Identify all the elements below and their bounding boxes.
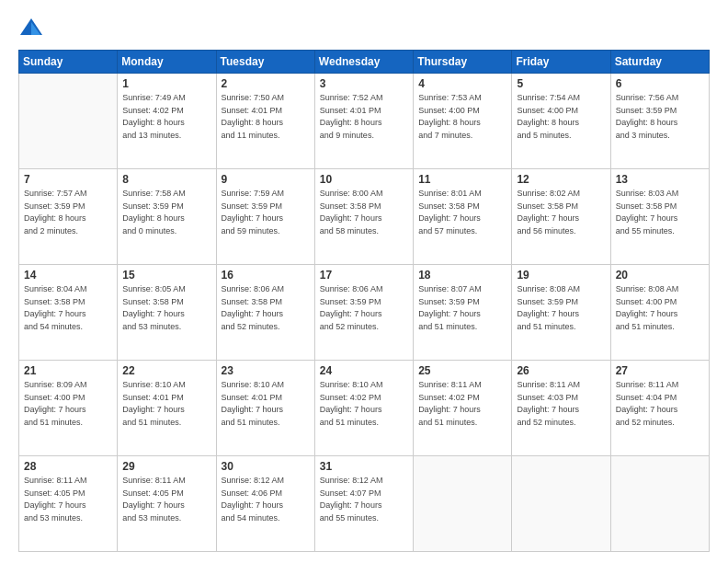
day-number: 18 bbox=[418, 269, 506, 282]
calendar-cell: 4Sunrise: 7:53 AM Sunset: 4:00 PM Daylig… bbox=[414, 74, 512, 169]
calendar-cell bbox=[512, 456, 610, 552]
weekday-header-thursday: Thursday bbox=[414, 51, 512, 74]
day-number: 24 bbox=[320, 364, 408, 377]
day-info: Sunrise: 8:10 AM Sunset: 4:01 PM Dayligh… bbox=[122, 379, 210, 429]
calendar-cell bbox=[414, 456, 512, 552]
week-row-4: 21Sunrise: 8:09 AM Sunset: 4:00 PM Dayli… bbox=[19, 361, 710, 456]
day-info: Sunrise: 8:00 AM Sunset: 3:58 PM Dayligh… bbox=[320, 188, 408, 237]
calendar-cell: 14Sunrise: 8:04 AM Sunset: 3:58 PM Dayli… bbox=[19, 265, 118, 361]
day-number: 17 bbox=[320, 269, 408, 282]
page: SundayMondayTuesdayWednesdayThursdayFrid… bbox=[0, 0, 728, 563]
day-info: Sunrise: 7:58 AM Sunset: 3:59 PM Dayligh… bbox=[122, 188, 210, 237]
calendar-cell: 8Sunrise: 7:58 AM Sunset: 3:59 PM Daylig… bbox=[118, 169, 216, 265]
day-info: Sunrise: 8:02 AM Sunset: 3:58 PM Dayligh… bbox=[517, 188, 605, 237]
day-info: Sunrise: 8:07 AM Sunset: 3:59 PM Dayligh… bbox=[418, 283, 506, 333]
calendar-cell: 5Sunrise: 7:54 AM Sunset: 4:00 PM Daylig… bbox=[512, 74, 610, 169]
calendar-cell: 11Sunrise: 8:01 AM Sunset: 3:58 PM Dayli… bbox=[414, 169, 512, 265]
day-number: 19 bbox=[517, 269, 605, 282]
day-info: Sunrise: 7:53 AM Sunset: 4:00 PM Dayligh… bbox=[418, 92, 506, 142]
week-row-5: 28Sunrise: 8:11 AM Sunset: 4:05 PM Dayli… bbox=[19, 456, 710, 552]
calendar-cell: 10Sunrise: 8:00 AM Sunset: 3:58 PM Dayli… bbox=[314, 169, 413, 265]
calendar-cell: 12Sunrise: 8:02 AM Sunset: 3:58 PM Dayli… bbox=[512, 169, 610, 265]
calendar-cell: 6Sunrise: 7:56 AM Sunset: 3:59 PM Daylig… bbox=[610, 74, 709, 169]
day-number: 21 bbox=[24, 364, 112, 377]
day-info: Sunrise: 7:49 AM Sunset: 4:02 PM Dayligh… bbox=[122, 92, 210, 142]
weekday-header-saturday: Saturday bbox=[610, 51, 709, 74]
day-info: Sunrise: 8:01 AM Sunset: 3:58 PM Dayligh… bbox=[418, 188, 506, 237]
day-number: 30 bbox=[222, 460, 310, 473]
day-info: Sunrise: 7:57 AM Sunset: 3:59 PM Dayligh… bbox=[24, 188, 112, 237]
weekday-header-friday: Friday bbox=[512, 51, 610, 74]
day-number: 20 bbox=[616, 269, 704, 282]
calendar-cell: 24Sunrise: 8:10 AM Sunset: 4:02 PM Dayli… bbox=[314, 361, 413, 456]
day-info: Sunrise: 8:12 AM Sunset: 4:07 PM Dayligh… bbox=[320, 475, 408, 524]
day-info: Sunrise: 8:10 AM Sunset: 4:02 PM Dayligh… bbox=[320, 379, 408, 429]
calendar-table: SundayMondayTuesdayWednesdayThursdayFrid… bbox=[18, 50, 710, 552]
day-number: 11 bbox=[418, 173, 506, 186]
day-info: Sunrise: 7:59 AM Sunset: 3:59 PM Dayligh… bbox=[222, 188, 310, 237]
day-number: 5 bbox=[517, 77, 605, 90]
day-info: Sunrise: 8:11 AM Sunset: 4:02 PM Dayligh… bbox=[418, 379, 506, 429]
day-number: 14 bbox=[24, 269, 112, 282]
header bbox=[18, 15, 710, 40]
calendar-cell: 22Sunrise: 8:10 AM Sunset: 4:01 PM Dayli… bbox=[118, 361, 216, 456]
day-number: 9 bbox=[222, 173, 310, 186]
day-number: 15 bbox=[122, 269, 210, 282]
day-info: Sunrise: 8:11 AM Sunset: 4:05 PM Dayligh… bbox=[24, 475, 112, 524]
calendar-cell: 30Sunrise: 8:12 AM Sunset: 4:06 PM Dayli… bbox=[216, 456, 314, 552]
week-row-3: 14Sunrise: 8:04 AM Sunset: 3:58 PM Dayli… bbox=[19, 265, 710, 361]
calendar-cell: 16Sunrise: 8:06 AM Sunset: 3:58 PM Dayli… bbox=[216, 265, 314, 361]
day-number: 4 bbox=[418, 77, 506, 90]
day-info: Sunrise: 8:11 AM Sunset: 4:04 PM Dayligh… bbox=[616, 379, 704, 429]
day-info: Sunrise: 8:12 AM Sunset: 4:06 PM Dayligh… bbox=[222, 475, 310, 524]
day-number: 8 bbox=[122, 173, 210, 186]
day-info: Sunrise: 8:11 AM Sunset: 4:03 PM Dayligh… bbox=[517, 379, 605, 429]
day-info: Sunrise: 8:11 AM Sunset: 4:05 PM Dayligh… bbox=[122, 475, 210, 524]
calendar-cell: 15Sunrise: 8:05 AM Sunset: 3:58 PM Dayli… bbox=[118, 265, 216, 361]
weekday-header-row: SundayMondayTuesdayWednesdayThursdayFrid… bbox=[19, 51, 710, 74]
day-info: Sunrise: 7:54 AM Sunset: 4:00 PM Dayligh… bbox=[517, 92, 605, 142]
calendar-cell: 19Sunrise: 8:08 AM Sunset: 3:59 PM Dayli… bbox=[512, 265, 610, 361]
day-info: Sunrise: 7:50 AM Sunset: 4:01 PM Dayligh… bbox=[222, 92, 310, 142]
day-info: Sunrise: 8:10 AM Sunset: 4:01 PM Dayligh… bbox=[222, 379, 310, 429]
calendar-cell: 21Sunrise: 8:09 AM Sunset: 4:00 PM Dayli… bbox=[19, 361, 118, 456]
day-number: 3 bbox=[320, 77, 408, 90]
day-number: 13 bbox=[616, 173, 704, 186]
logo bbox=[18, 15, 48, 40]
day-info: Sunrise: 8:05 AM Sunset: 3:58 PM Dayligh… bbox=[122, 283, 210, 333]
calendar-cell bbox=[610, 456, 709, 552]
day-number: 12 bbox=[517, 173, 605, 186]
calendar-cell: 25Sunrise: 8:11 AM Sunset: 4:02 PM Dayli… bbox=[414, 361, 512, 456]
weekday-header-tuesday: Tuesday bbox=[216, 51, 314, 74]
day-number: 1 bbox=[122, 77, 210, 90]
calendar-cell: 29Sunrise: 8:11 AM Sunset: 4:05 PM Dayli… bbox=[118, 456, 216, 552]
calendar-cell: 3Sunrise: 7:52 AM Sunset: 4:01 PM Daylig… bbox=[314, 74, 413, 169]
day-number: 10 bbox=[320, 173, 408, 186]
day-number: 27 bbox=[616, 364, 704, 377]
day-number: 26 bbox=[517, 364, 605, 377]
day-info: Sunrise: 8:09 AM Sunset: 4:00 PM Dayligh… bbox=[24, 379, 112, 429]
day-info: Sunrise: 7:56 AM Sunset: 3:59 PM Dayligh… bbox=[616, 92, 704, 142]
calendar-cell: 18Sunrise: 8:07 AM Sunset: 3:59 PM Dayli… bbox=[414, 265, 512, 361]
calendar-cell: 27Sunrise: 8:11 AM Sunset: 4:04 PM Dayli… bbox=[610, 361, 709, 456]
day-info: Sunrise: 8:04 AM Sunset: 3:58 PM Dayligh… bbox=[24, 283, 112, 333]
day-info: Sunrise: 8:03 AM Sunset: 3:58 PM Dayligh… bbox=[616, 188, 704, 237]
day-info: Sunrise: 8:06 AM Sunset: 3:59 PM Dayligh… bbox=[320, 283, 408, 333]
week-row-1: 1Sunrise: 7:49 AM Sunset: 4:02 PM Daylig… bbox=[19, 74, 710, 169]
calendar-cell: 2Sunrise: 7:50 AM Sunset: 4:01 PM Daylig… bbox=[216, 74, 314, 169]
calendar-cell: 26Sunrise: 8:11 AM Sunset: 4:03 PM Dayli… bbox=[512, 361, 610, 456]
calendar-cell bbox=[19, 74, 118, 169]
day-number: 23 bbox=[222, 364, 310, 377]
day-number: 6 bbox=[616, 77, 704, 90]
day-info: Sunrise: 8:06 AM Sunset: 3:58 PM Dayligh… bbox=[222, 283, 310, 333]
svg-marker-1 bbox=[31, 22, 40, 35]
calendar-cell: 7Sunrise: 7:57 AM Sunset: 3:59 PM Daylig… bbox=[19, 169, 118, 265]
day-info: Sunrise: 8:08 AM Sunset: 3:59 PM Dayligh… bbox=[517, 283, 605, 333]
weekday-header-sunday: Sunday bbox=[19, 51, 118, 74]
day-number: 31 bbox=[320, 460, 408, 473]
day-number: 16 bbox=[222, 269, 310, 282]
calendar-cell: 17Sunrise: 8:06 AM Sunset: 3:59 PM Dayli… bbox=[314, 265, 413, 361]
day-number: 28 bbox=[24, 460, 112, 473]
calendar-cell: 1Sunrise: 7:49 AM Sunset: 4:02 PM Daylig… bbox=[118, 74, 216, 169]
calendar-cell: 23Sunrise: 8:10 AM Sunset: 4:01 PM Dayli… bbox=[216, 361, 314, 456]
